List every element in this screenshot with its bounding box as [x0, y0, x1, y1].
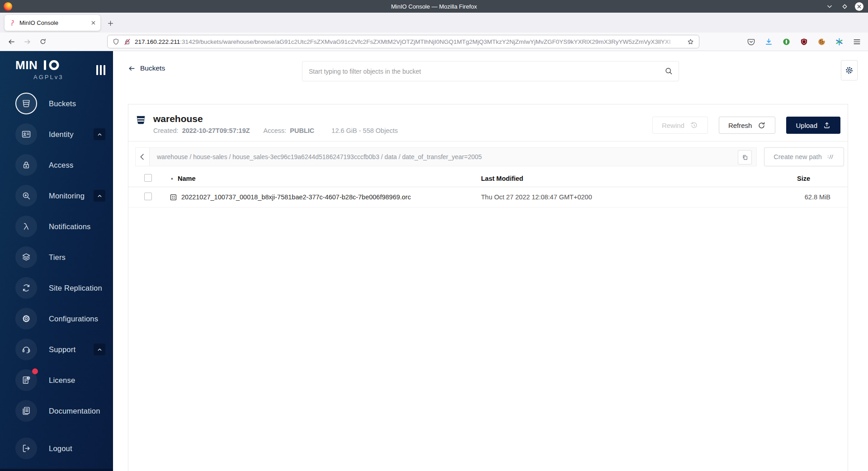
lock-icon	[15, 154, 37, 176]
objects-table-header: Name Last Modified Size	[128, 170, 848, 187]
bucket-name: warehouse	[153, 113, 398, 124]
table-row[interactable]: 20221027_100737_00018_b8xji-7581bae2-377…	[128, 187, 848, 207]
sidebar-item-monitoring[interactable]: Monitoring	[0, 180, 113, 211]
sidebar-collapse-icon[interactable]	[96, 65, 105, 75]
sidebar-item-license[interactable]: License	[0, 365, 113, 396]
sidebar-menu: Buckets Identity Access Monitoring Notif…	[0, 88, 113, 464]
lambda-icon	[15, 216, 37, 237]
forward-button[interactable]	[20, 35, 34, 48]
firefox-logo-icon	[4, 2, 12, 11]
path-strip: warehouse / house-sales / house_sales-3e…	[135, 147, 757, 166]
upload-button[interactable]: Upload	[786, 117, 840, 134]
back-arrow-icon	[128, 65, 136, 72]
downloads-icon[interactable]	[764, 37, 773, 46]
window-title: MinIO Console — Mozilla Firefox	[0, 3, 868, 10]
column-header-modified[interactable]: Last Modified	[481, 175, 749, 182]
bucket-icon	[15, 93, 37, 114]
pocket-icon[interactable]	[746, 37, 755, 46]
sidebar-item-logout[interactable]: Logout	[0, 433, 113, 464]
object-size: 62.8 MiB	[749, 193, 830, 201]
insecure-lock-icon[interactable]	[123, 38, 131, 46]
breadcrumb[interactable]: warehouse / house-sales / house_sales-3e…	[157, 153, 482, 160]
upload-icon	[823, 121, 831, 129]
tab-favicon-flamingo-icon	[9, 19, 16, 27]
settings-button[interactable]	[841, 60, 858, 80]
sidebar-item-configurations[interactable]: Configurations	[0, 303, 113, 334]
tab-title: MinIO Console	[19, 19, 87, 26]
url-bar[interactable]: 217.160.222.211:31429/buckets/warehouse/…	[107, 35, 699, 48]
create-new-path-button[interactable]: Create new path	[764, 147, 844, 166]
objects-table-body: 20221027_100737_00018_b8xji-7581bae2-377…	[128, 187, 848, 207]
license-icon	[15, 369, 37, 391]
rewind-icon	[690, 121, 698, 130]
sidebar-item-documentation[interactable]: Documentation	[0, 396, 113, 426]
access-value: PUBLIC	[290, 127, 314, 134]
object-file-icon	[170, 193, 177, 201]
back-button[interactable]	[5, 35, 18, 48]
browse-toolbar: warehouse / house-sales / house_sales-3e…	[135, 147, 844, 166]
monitoring-icon	[15, 185, 37, 207]
sidebar-item-access[interactable]: Access	[0, 150, 113, 180]
browser-navbar: 217.160.222.211:31429/buckets/warehouse/…	[0, 33, 868, 51]
browser-tabbar: MinIO Console	[0, 13, 868, 33]
bucket-usage: 12.6 GiB - 558 Objects	[331, 127, 398, 134]
page-header: Buckets	[113, 51, 868, 89]
row-checkbox[interactable]	[144, 193, 152, 200]
object-last-modified: Thu Oct 27 2022 12:08:47 GMT+0200	[481, 193, 749, 201]
chevron-up-icon[interactable]	[94, 190, 105, 202]
copy-path-button[interactable]	[738, 150, 752, 165]
created-label: Created:	[153, 127, 179, 134]
bucket-icon	[135, 114, 146, 126]
ublock-origin-icon[interactable]	[799, 37, 808, 46]
asterisk-extension-icon[interactable]	[835, 37, 844, 46]
column-header-size[interactable]: Size	[749, 175, 830, 182]
sidebar-item-site-replication[interactable]: Site Replication	[0, 273, 113, 303]
license-badge	[32, 368, 38, 374]
bucket-header: warehouse Created: 2022-10-27T09:57:19Z …	[128, 104, 848, 141]
minio-console: MIN AGPLv3 Buckets Identity Access Monit…	[0, 51, 868, 471]
window-maximize-button[interactable]	[840, 2, 849, 11]
bookmark-star-icon[interactable]	[687, 38, 694, 46]
refresh-icon	[757, 121, 766, 130]
url-text: 217.160.222.211:31429/buckets/warehouse/…	[135, 38, 683, 45]
path-back-button[interactable]	[136, 148, 150, 166]
rewind-button[interactable]: Rewind	[652, 117, 708, 134]
green-extension-icon[interactable]	[782, 37, 791, 46]
select-all-checkbox[interactable]	[144, 174, 152, 182]
gear-icon	[15, 308, 37, 330]
logout-icon	[15, 438, 37, 459]
sort-ascending-icon	[170, 176, 175, 181]
svg-text:MIN: MIN	[15, 59, 38, 72]
created-value: 2022-10-27T09:57:19Z	[182, 127, 250, 134]
cookie-extension-icon[interactable]	[817, 37, 826, 46]
back-to-buckets-link[interactable]: Buckets	[128, 64, 165, 72]
sidebar-bottom-strip	[0, 469, 113, 471]
window-titlebar: MinIO Console — Mozilla Firefox	[0, 0, 868, 13]
bucket-browser-card: warehouse Created: 2022-10-27T09:57:19Z …	[128, 104, 848, 471]
search-input[interactable]	[302, 61, 679, 81]
chevron-up-icon[interactable]	[94, 344, 105, 355]
window-minimize-button[interactable]	[825, 2, 834, 11]
reload-button[interactable]	[36, 35, 50, 48]
support-icon	[15, 339, 37, 360]
tracking-shield-icon[interactable]	[112, 38, 120, 46]
menu-hamburger-icon[interactable]	[852, 37, 861, 46]
sidebar-item-notifications[interactable]: Notifications	[0, 211, 113, 242]
object-name: 20221027_100737_00018_b8xji-7581bae2-377…	[181, 193, 411, 201]
sidebar-item-tiers[interactable]: Tiers	[0, 242, 113, 273]
create-path-icon	[826, 153, 835, 161]
new-tab-button[interactable]	[105, 18, 116, 28]
screen: MinIO Console — Mozilla Firefox MinIO Co…	[0, 0, 868, 471]
access-label: Access:	[264, 127, 287, 134]
sidebar-item-support[interactable]: Support	[0, 334, 113, 365]
sidebar-item-identity[interactable]: Identity	[0, 119, 113, 150]
browser-tab[interactable]: MinIO Console	[5, 15, 100, 31]
refresh-button[interactable]: Refresh	[719, 117, 776, 134]
chevron-up-icon[interactable]	[94, 128, 105, 140]
replication-icon	[15, 277, 37, 299]
tab-close-icon[interactable]	[90, 20, 96, 26]
column-header-name[interactable]: Name	[170, 175, 481, 182]
sidebar-item-buckets[interactable]: Buckets	[0, 88, 113, 119]
window-close-button[interactable]	[855, 2, 863, 11]
back-link-label: Buckets	[140, 64, 165, 72]
